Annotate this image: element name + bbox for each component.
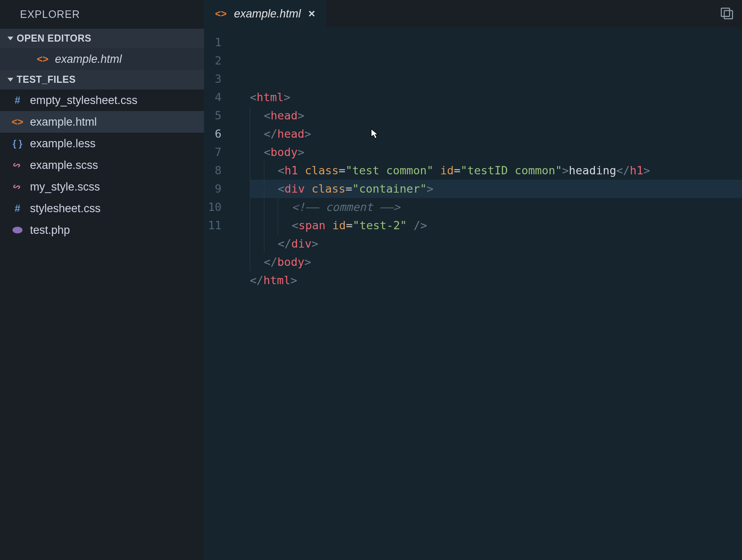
- line-number: 11: [204, 216, 222, 235]
- text-editor[interactable]: 1234567891011 <html> <head> </head> <bod…: [204, 27, 742, 560]
- line-number: 2: [204, 52, 222, 70]
- php-file-icon: [12, 226, 23, 234]
- explorer-title: EXPLORER: [0, 0, 204, 29]
- file-item[interactable]: my_style.scss: [0, 176, 204, 198]
- editor-tab[interactable]: <> example.html ×: [204, 0, 326, 27]
- code-line[interactable]: </body>: [250, 253, 742, 271]
- line-number: 9: [204, 180, 222, 198]
- open-editor-item[interactable]: <>example.html: [0, 48, 204, 70]
- code-line[interactable]: </head>: [250, 125, 742, 143]
- code-line[interactable]: <!—— comment ——>: [250, 198, 742, 216]
- line-number-gutter: 1234567891011: [204, 33, 234, 560]
- file-item[interactable]: <>example.html: [0, 111, 204, 133]
- line-number: 6: [204, 125, 222, 143]
- line-number: 5: [204, 107, 222, 125]
- file-label: stylesheet.css: [30, 202, 101, 215]
- html-file-icon: <>: [215, 8, 227, 20]
- html-file-icon: <>: [37, 53, 48, 65]
- css-file-icon: #: [12, 203, 23, 214]
- less-file-icon: { }: [12, 138, 23, 149]
- code-line[interactable]: <html>: [250, 88, 742, 107]
- file-item[interactable]: #empty_stylesheet.css: [0, 89, 204, 111]
- file-label: example.scss: [30, 159, 98, 172]
- scss-file-icon: [12, 182, 23, 192]
- editor-area: <> example.html × 1234567891011 <html> <…: [204, 0, 742, 560]
- line-number: 10: [204, 198, 222, 216]
- chevron-down-icon: [7, 78, 13, 82]
- file-item[interactable]: { }example.less: [0, 133, 204, 154]
- code-content[interactable]: <html> <head> </head> <body> <h1 class="…: [234, 33, 742, 560]
- explorer-sidebar: EXPLORER OPEN EDITORS <>example.html TES…: [0, 0, 204, 560]
- tab-bar: <> example.html ×: [204, 0, 742, 27]
- line-number: 4: [204, 88, 222, 107]
- code-line[interactable]: </html>: [250, 271, 742, 290]
- folder-label: TEST_FILES: [17, 74, 76, 85]
- scss-file-icon: [12, 160, 23, 170]
- file-label: example.html: [55, 53, 122, 66]
- folder-section-header[interactable]: TEST_FILES: [0, 70, 204, 89]
- css-file-icon: #: [12, 94, 23, 106]
- file-label: my_style.scss: [30, 181, 100, 193]
- file-label: empty_stylesheet.css: [30, 94, 137, 107]
- file-label: example.html: [30, 116, 97, 129]
- svg-point-0: [12, 227, 22, 233]
- file-item[interactable]: example.scss: [0, 154, 204, 176]
- file-item[interactable]: test.php: [0, 219, 204, 241]
- code-line[interactable]: </div>: [250, 235, 742, 253]
- line-number: 1: [204, 33, 222, 52]
- open-editors-section-header[interactable]: OPEN EDITORS: [0, 29, 204, 48]
- tab-filename: example.html: [234, 7, 301, 20]
- line-number: 7: [204, 143, 222, 161]
- file-item[interactable]: #stylesheet.css: [0, 198, 204, 219]
- code-line[interactable]: <head>: [250, 107, 742, 125]
- code-line[interactable]: <span id="test-2" />: [250, 216, 742, 235]
- line-number: 3: [204, 70, 222, 88]
- svg-rect-1: [721, 8, 730, 17]
- close-icon[interactable]: ×: [309, 7, 315, 20]
- code-line[interactable]: <div class="container">: [250, 180, 742, 198]
- code-line[interactable]: <h1 class="test common" id="testID commo…: [250, 161, 742, 180]
- editor-actions: [720, 6, 734, 20]
- open-editors-label: OPEN EDITORS: [17, 33, 91, 44]
- line-number: 8: [204, 161, 222, 180]
- html-file-icon: <>: [12, 116, 23, 128]
- split-editor-icon[interactable]: [720, 6, 734, 20]
- file-label: example.less: [30, 137, 96, 150]
- code-line[interactable]: <body>: [250, 143, 742, 161]
- chevron-down-icon: [7, 37, 13, 40]
- file-label: test.php: [30, 224, 70, 237]
- svg-rect-2: [724, 10, 732, 19]
